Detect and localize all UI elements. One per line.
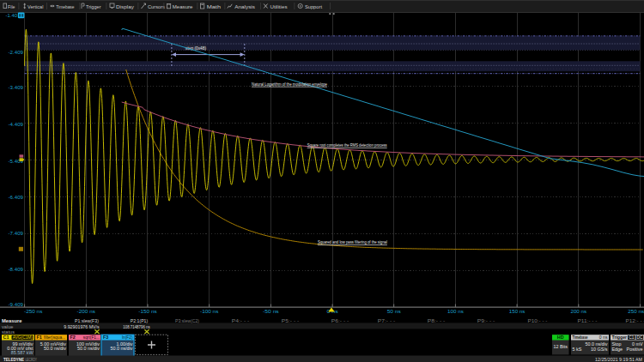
svg-text:value: value	[2, 324, 13, 329]
svg-text:P10:- - -: P10:- - -	[528, 318, 548, 323]
svg-text:85.587 kW: 85.587 kW	[11, 350, 34, 355]
svg-text:10 GS/s: 10 GS/s	[591, 347, 608, 352]
svg-text:-6.409: -6.409	[9, 195, 24, 200]
svg-text:-50 ns: -50 ns	[263, 309, 279, 314]
svg-text:150 ns: 150 ns	[509, 309, 526, 314]
svg-text:TELEDYNE: TELEDYNE	[3, 357, 24, 362]
svg-text:Squared and low pass filtering: Squared and low pass filtering of the si…	[318, 239, 387, 244]
svg-text:P1:slew(F3): P1:slew(F3)	[75, 318, 99, 323]
svg-text:-9.409: -9.409	[9, 302, 24, 307]
svg-text:P3:slew(C2): P3:slew(C2)	[175, 318, 199, 323]
svg-text:-150 ns: -150 ns	[138, 309, 157, 314]
svg-text:-7.409: -7.409	[9, 231, 24, 236]
svg-text:Utilities: Utilities	[270, 3, 288, 9]
svg-text:DC: DC	[636, 335, 642, 340]
svg-text:Cursors: Cursors	[148, 3, 165, 9]
svg-text:-100 ns: -100 ns	[200, 309, 219, 314]
svg-text:Timebase: Timebase	[56, 3, 75, 9]
svg-text:P2:1(P1): P2:1(P1)	[131, 318, 149, 323]
svg-text:filter)squa...: filter)squa...	[44, 335, 65, 340]
svg-text:-8.409: -8.409	[9, 267, 24, 272]
svg-text:Measure: Measure	[173, 3, 193, 9]
svg-text:9.92901976 MV/s: 9.92901976 MV/s	[64, 324, 100, 329]
svg-text:-2.409: -2.409	[9, 50, 24, 55]
svg-text:-1.40: -1.40	[6, 13, 18, 18]
svg-text:0 mV: 0 mV	[632, 341, 643, 347]
svg-text:50.0 ns/div: 50.0 ns/div	[44, 346, 66, 351]
svg-text:ln(F2): ln(F2)	[122, 335, 133, 340]
svg-text:Measure: Measure	[2, 318, 22, 323]
svg-text:12/25/2021 9:19:51 AM: 12/25/2021 9:19:51 AM	[595, 357, 642, 362]
svg-text:LECROY: LECROY	[26, 357, 38, 362]
svg-text:Display: Display	[116, 3, 135, 9]
svg-text:100 ns: 100 ns	[447, 309, 464, 314]
svg-text:108.7148796 ns: 108.7148796 ns	[123, 324, 150, 329]
svg-text:Stop: Stop	[612, 341, 622, 347]
svg-text:File: File	[8, 3, 15, 9]
svg-text:P4:- - -: P4:- - -	[232, 318, 250, 323]
svg-text:P9:- - -: P9:- - -	[477, 318, 495, 323]
svg-text:C1: C1	[629, 335, 634, 340]
svg-text:50.0 ns/div: 50.0 ns/div	[110, 346, 132, 351]
svg-text:Edge: Edge	[612, 347, 623, 352]
svg-text:0 ns: 0 ns	[599, 335, 608, 340]
svg-text:Support: Support	[305, 3, 322, 9]
svg-text:-3.409: -3.409	[9, 85, 24, 90]
svg-text:Positive: Positive	[627, 347, 643, 352]
svg-text:Vertical: Vertical	[27, 3, 44, 9]
svg-text:HD: HD	[557, 335, 564, 340]
svg-text:50.0 ns/div: 50.0 ns/div	[77, 346, 100, 351]
svg-text:F3: F3	[103, 335, 108, 340]
svg-text:-4.409: -4.409	[9, 122, 24, 127]
svg-text:C1: C1	[3, 335, 9, 340]
svg-text:5 kS: 5 kS	[573, 347, 582, 352]
svg-text:Square root completes the RMS: Square root completes the RMS detection …	[307, 142, 387, 148]
svg-text:Analysis: Analysis	[234, 3, 255, 9]
svg-text:AVG(C1M): AVG(C1M)	[13, 335, 33, 340]
svg-text:200 ns: 200 ns	[570, 309, 586, 314]
svg-text:P11:- - -: P11:- - -	[578, 318, 598, 323]
svg-text:F1: F1	[37, 335, 42, 340]
svg-text:Trigger: Trigger	[612, 335, 628, 340]
svg-text:P12:- - -: P12:- - -	[626, 318, 644, 323]
svg-text:-200 ns: -200 ns	[77, 309, 96, 314]
svg-text:50.0 ns/div: 50.0 ns/div	[585, 341, 607, 347]
svg-text:50 ns: 50 ns	[387, 309, 401, 314]
svg-text:P7:- - -: P7:- - -	[378, 318, 396, 323]
svg-text:sqrt(F1...: sqrt(F1...	[83, 335, 100, 340]
svg-text:250 ns: 250 ns	[628, 309, 644, 314]
svg-text:P6:- - -: P6:- - -	[331, 318, 349, 323]
svg-text:Natural Logarithm of the modul: Natural Logarithm of the modulation enve…	[252, 81, 327, 87]
svg-text:P5:- - -: P5:- - -	[282, 318, 300, 323]
svg-text:-250 ns: -250 ns	[24, 309, 43, 314]
svg-text:P8:- - -: P8:- - -	[428, 318, 446, 323]
svg-text:F2: F2	[70, 335, 76, 340]
svg-text:Math: Math	[207, 3, 222, 9]
svg-text:12 Bits: 12 Bits	[553, 344, 568, 349]
svg-text:Timebase: Timebase	[573, 335, 588, 340]
svg-text:Trigger: Trigger	[86, 3, 101, 9]
